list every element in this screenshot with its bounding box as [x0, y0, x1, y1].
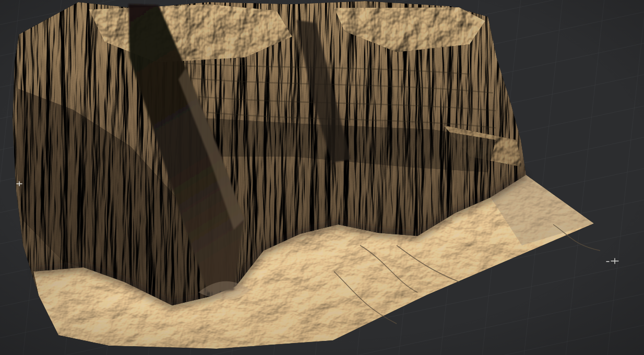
viewport-canvas[interactable]	[0, 0, 644, 355]
vignette	[0, 0, 644, 355]
viewport[interactable]	[0, 0, 644, 355]
